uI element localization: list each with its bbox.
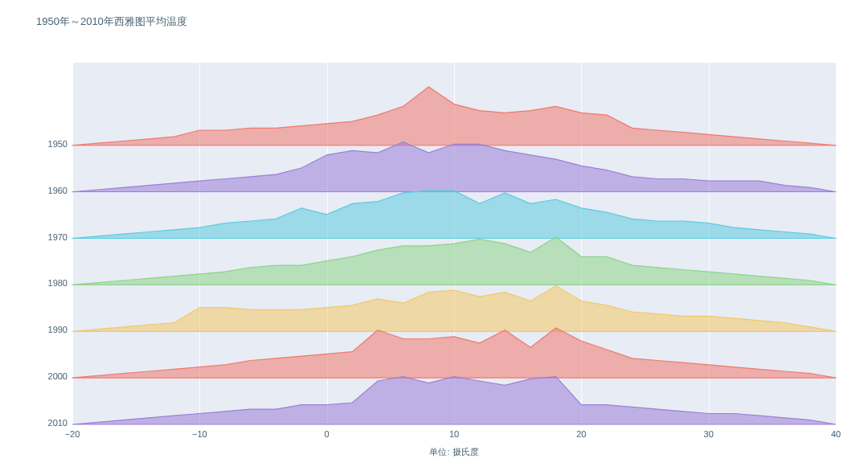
y-tick-label: 1990 [40,325,68,334]
y-tick-label: 2000 [40,371,68,381]
y-tick-label: 1970 [40,232,68,242]
x-axis-label: 单位: 摄氏度 [429,446,478,458]
ridge-2010 [72,63,836,424]
x-tick-label: 0 [325,429,330,439]
x-tick-label: 10 [449,429,459,439]
x-tick-label: −10 [192,429,207,439]
y-tick-label: 2010 [40,418,68,428]
chart-title: 1950年～2010年西雅图平均温度 [36,14,187,29]
y-tick-label: 1950 [40,139,68,149]
x-tick-label: 40 [831,429,841,439]
y-tick-label: 1960 [40,186,68,195]
x-tick-label: 20 [576,429,586,439]
x-tick-label: −20 [65,429,80,439]
plot-area[interactable] [72,63,836,424]
y-tick-label: 1980 [40,278,68,288]
x-gridline [836,63,837,424]
x-tick-label: 30 [704,429,714,439]
